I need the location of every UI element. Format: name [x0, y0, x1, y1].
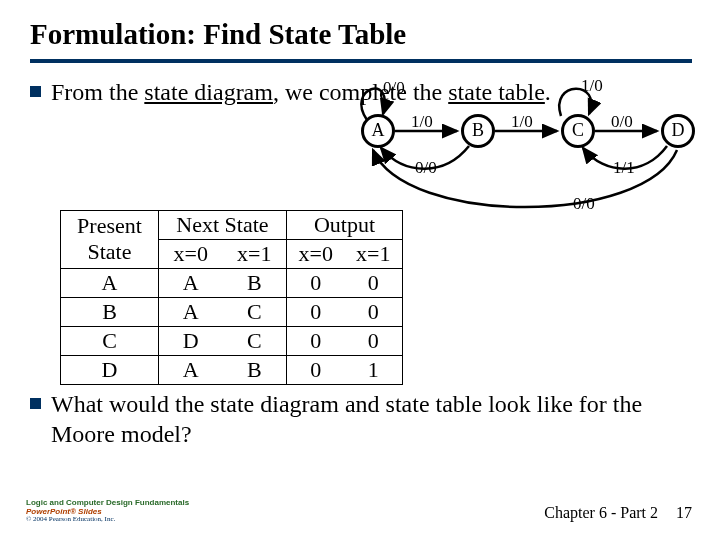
hdr-next-state: Next State: [159, 210, 287, 239]
txt: 0: [287, 357, 345, 383]
hdr-present-state: Present State: [61, 210, 159, 268]
txt: A: [159, 357, 223, 383]
txt: A: [159, 270, 223, 296]
bullet-icon: [30, 86, 41, 97]
cell: 00: [287, 326, 403, 355]
label-loop-A: 0/0: [383, 78, 405, 98]
txt: A: [159, 299, 223, 325]
page-number: 17: [676, 504, 692, 521]
table-row: A AB 00: [61, 268, 403, 297]
label-A-B: 1/0: [411, 112, 433, 132]
slide-title: Formulation: Find State Table: [30, 18, 692, 51]
cell: AB: [159, 268, 287, 297]
cell: 00: [287, 297, 403, 326]
cell: AB: [159, 355, 287, 384]
table-row: D AB 01: [61, 355, 403, 384]
hdr-next-sub: x=0 x=1: [159, 239, 287, 268]
txt: B: [223, 270, 287, 296]
txt: 0: [345, 270, 403, 296]
txt: From the: [51, 79, 144, 105]
txt-u: state diagram: [144, 79, 273, 105]
state-table-wrap: Present State Next State Output x=0 x=1 …: [60, 210, 692, 385]
txt: 1: [345, 357, 403, 383]
label-D-C: 1/1: [613, 158, 635, 178]
txt: x=0: [159, 241, 223, 267]
txt: D: [159, 328, 223, 354]
label-B-A: 0/0: [415, 158, 437, 178]
cell: C: [61, 326, 159, 355]
txt: Present: [77, 213, 142, 238]
cell: B: [61, 297, 159, 326]
brand-line3: © 2004 Pearson Education, Inc.: [26, 516, 189, 524]
label-C-D: 0/0: [611, 112, 633, 132]
cell: D: [61, 355, 159, 384]
txt: B: [223, 357, 287, 383]
cell: DC: [159, 326, 287, 355]
state-C: C: [561, 114, 595, 148]
label-B-C: 1/0: [511, 112, 533, 132]
hdr-out-sub: x=0 x=1: [287, 239, 403, 268]
cell: A: [61, 268, 159, 297]
txt: 0: [345, 299, 403, 325]
txt: C: [223, 328, 287, 354]
diagram-arcs: [345, 76, 720, 226]
cell: 00: [287, 268, 403, 297]
state-A: A: [361, 114, 395, 148]
txt: x=0: [287, 241, 345, 267]
state-D: D: [661, 114, 695, 148]
chapter-label: Chapter 6 - Part 2: [544, 504, 658, 521]
txt: 0: [345, 328, 403, 354]
table-row: C DC 00: [61, 326, 403, 355]
txt: 0: [287, 299, 345, 325]
label-loop-C: 1/0: [581, 76, 603, 96]
txt: 0: [287, 270, 345, 296]
title-rule: [30, 59, 692, 63]
bullet-2: What would the state diagram and state t…: [30, 389, 692, 450]
footer-branding: Logic and Computer Design Fundamentals P…: [26, 499, 189, 524]
txt: C: [223, 299, 287, 325]
state-diagram: A B C D 0/0 1/0 1/0 1/0 0/0 0/0 1/1 0/0: [345, 76, 692, 206]
bullet-icon: [30, 398, 41, 409]
txt: x=1: [223, 241, 287, 267]
table-row: B AC 00: [61, 297, 403, 326]
txt: x=1: [345, 241, 403, 267]
txt: State: [88, 239, 132, 264]
cell: 01: [287, 355, 403, 384]
state-B: B: [461, 114, 495, 148]
cell: AC: [159, 297, 287, 326]
label-D-A: 0/0: [573, 194, 595, 214]
bullet-2-text: What would the state diagram and state t…: [51, 389, 692, 450]
state-table: Present State Next State Output x=0 x=1 …: [60, 210, 403, 385]
txt: 0: [287, 328, 345, 354]
footer-page: Chapter 6 - Part 2 17: [544, 504, 692, 522]
